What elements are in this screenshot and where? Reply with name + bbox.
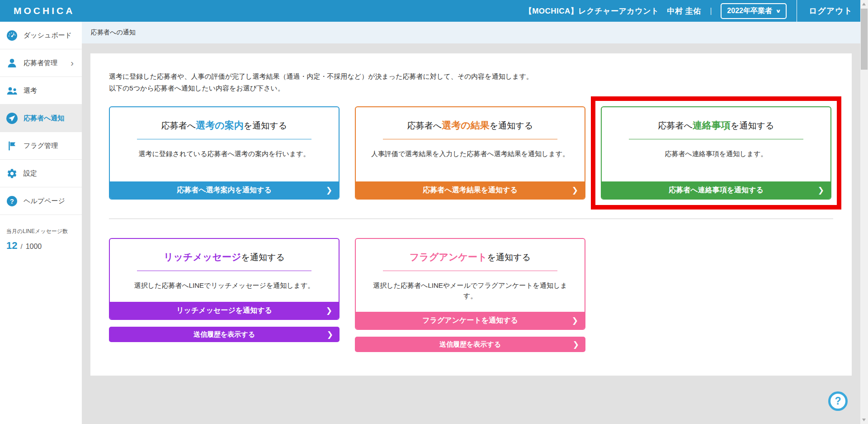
sidebar-item-label: 選考 xyxy=(24,86,37,95)
notify-selection-result-button[interactable]: 応募者へ選考結果を通知する ❯ xyxy=(356,181,585,199)
sidebar-item-label: ダッシュボード xyxy=(24,31,72,40)
card-title-post: を通知する xyxy=(487,252,531,262)
line-message-counter: 当月のLINEメッセージ数 12 / 1000 xyxy=(0,215,82,252)
breadcrumb-label: 応募者への通知 xyxy=(91,29,136,37)
line-counter-label: 当月のLINEメッセージ数 xyxy=(6,228,75,235)
card-flag-survey: フラグアンケートを通知する 選択した応募者へLINEやメールでフラグアンケートを… xyxy=(355,238,585,330)
vertical-scrollbar[interactable] xyxy=(860,0,868,424)
card-title: フラグアンケートを通知する xyxy=(356,251,585,263)
card-selection-result: 応募者へ選考の結果を通知する 人事評価で選考結果を入力した応募者へ選考結果を通知… xyxy=(355,106,585,200)
sidebar-item-selection[interactable]: 選考 xyxy=(0,77,82,105)
graduation-year-dropdown[interactable]: 2022年卒業者 ∨ xyxy=(721,3,787,19)
app-body: ダッシュボード 応募者管理 › 選考 応募者へ通知 フラグ管理 xyxy=(0,22,868,424)
card-title-accent: 連絡事項 xyxy=(693,120,731,130)
card-title-post: を通知する xyxy=(490,121,533,130)
flag-survey-history-button[interactable]: 送信履歴を表示する ❯ xyxy=(355,337,585,352)
sidebar-item-label: 応募者管理 xyxy=(24,59,57,67)
gear-icon xyxy=(6,168,18,179)
line-counter-separator: / xyxy=(20,243,22,250)
sidebar-item-help-page[interactable]: ? ヘルプページ xyxy=(0,187,82,215)
card-title-pre: 応募者へ xyxy=(407,121,442,130)
line-counter-limit: 1000 xyxy=(26,243,42,251)
card-description: 選考に登録されている応募者へ選考の案内を行います。 xyxy=(123,148,326,159)
card-title: リッチメッセージを通知する xyxy=(110,251,339,263)
card-divider xyxy=(383,271,557,271)
button-label: 送信履歴を表示する xyxy=(439,340,501,349)
button-label: 応募者へ選考結果を通知する xyxy=(423,186,518,195)
card-slot-guidance: 応募者へ選考の案内を通知する 選考に登録されている応募者へ選考の案内を行います。… xyxy=(109,106,340,200)
chevron-right-icon: ❯ xyxy=(818,186,824,195)
notify-contact-info-button[interactable]: 応募者へ連絡事項を通知する ❯ xyxy=(602,181,830,199)
dashboard-icon xyxy=(6,30,18,41)
card-title: 応募者へ選考の結果を通知する xyxy=(356,119,585,132)
logout-button[interactable]: ログアウト xyxy=(809,5,853,16)
chevron-right-icon: ❯ xyxy=(326,306,332,315)
rich-message-history-button[interactable]: 送信履歴を表示する ❯ xyxy=(109,327,340,342)
card-divider xyxy=(137,139,311,139)
scrollbar-up-arrow-icon[interactable] xyxy=(862,3,866,5)
button-label: フラグアンケートを通知する xyxy=(422,316,518,325)
card-title: 応募者へ連絡事項を通知する xyxy=(602,119,830,132)
top-bar-separator: ｜ xyxy=(708,6,715,16)
card-slot-contact: 応募者へ連絡事項を通知する 応募者へ連絡事項を通知します。 応募者へ連絡事項を通… xyxy=(601,106,831,200)
notify-rich-message-button[interactable]: リッチメッセージを通知する ❯ xyxy=(110,302,339,319)
sidebar-item-dashboard[interactable]: ダッシュボード xyxy=(0,22,82,49)
card-contact-info: 応募者へ連絡事項を通知する 応募者へ連絡事項を通知します。 応募者へ連絡事項を通… xyxy=(601,106,831,200)
card-description: 選択した応募者へLINEでリッチメッセージを通知します。 xyxy=(123,280,326,291)
sidebar-item-applicant-management[interactable]: 応募者管理 › xyxy=(0,49,82,77)
sidebar-item-settings[interactable]: 設定 xyxy=(0,160,82,187)
card-title-accent: 選考の案内 xyxy=(196,120,244,130)
line-counter-used: 12 xyxy=(6,240,17,252)
flag-icon xyxy=(6,140,18,152)
cards-row-2: リッチメッセージを通知する 選択した応募者へLINEでリッチメッセージを通知しま… xyxy=(109,238,833,352)
chevron-right-icon: › xyxy=(71,58,74,67)
content-area: 選考に登録した応募者や、人事の評価が完了し選考結果（通過・内定・不採用など）が決… xyxy=(82,43,868,424)
notify-flag-survey-button[interactable]: フラグアンケートを通知する ❯ xyxy=(356,312,585,329)
help-fab-button[interactable]: ? xyxy=(828,391,848,411)
paper-plane-icon xyxy=(6,113,18,124)
card-title-accent: 選考の結果 xyxy=(442,120,490,130)
top-bar-divider xyxy=(797,0,797,22)
notify-selection-guidance-button[interactable]: 応募者へ選考案内を通知する ❯ xyxy=(110,181,339,199)
card-slot-rich-message: リッチメッセージを通知する 選択した応募者へLINEでリッチメッセージを通知しま… xyxy=(109,238,340,352)
card-title-accent: フラグアンケート xyxy=(410,252,487,262)
card-title-pre: 応募者へ xyxy=(658,121,693,130)
sidebar-item-label: 設定 xyxy=(24,169,37,178)
card-title-post: を通知する xyxy=(244,121,287,130)
card-description: 人事評価で選考結果を入力した応募者へ選考結果を通知します。 xyxy=(368,148,572,159)
card-slot-flag-survey: フラグアンケートを通知する 選択した応募者へLINEやメールでフラグアンケートを… xyxy=(355,238,585,352)
card-title: 応募者へ選考の案内を通知する xyxy=(110,119,339,132)
breadcrumb: 応募者への通知 xyxy=(82,22,868,43)
button-label: 応募者へ連絡事項を通知する xyxy=(669,186,764,195)
top-bar: MOCHICA 【MOCHICA】レクチャーアカウント 中村 圭佑 ｜ 2022… xyxy=(0,0,868,22)
card-divider xyxy=(629,139,803,139)
sidebar-item-notify-applicants[interactable]: 応募者へ通知 xyxy=(0,105,82,132)
card-description: 選択した応募者へLINEやメールでフラグアンケートを通知します。 xyxy=(368,280,572,301)
intro-line-2: 以下の5つから応募者へ通知したい内容をお選び下さい。 xyxy=(109,82,833,94)
button-label: 送信履歴を表示する xyxy=(193,330,255,339)
chevron-down-icon: ∨ xyxy=(775,8,781,14)
user-icon xyxy=(6,57,18,69)
button-label: 応募者へ選考案内を通知する xyxy=(177,186,272,195)
chevron-right-icon: ❯ xyxy=(572,316,578,325)
red-highlight-box: 応募者へ連絡事項を通知する 応募者へ連絡事項を通知します。 応募者へ連絡事項を通… xyxy=(591,96,841,210)
account-name-label: 【MOCHICA】レクチャーアカウント 中村 圭佑 xyxy=(524,6,701,16)
scrollbar-down-arrow-icon[interactable] xyxy=(862,419,866,421)
cards-row-1: 応募者へ選考の案内を通知する 選考に登録されている応募者へ選考の案内を行います。… xyxy=(109,106,833,200)
sidebar-item-flag-management[interactable]: フラグ管理 xyxy=(0,132,82,160)
chevron-right-icon: ❯ xyxy=(326,186,332,195)
question-mark-icon: ? xyxy=(835,395,841,407)
card-rich-message: リッチメッセージを通知する 選択した応募者へLINEでリッチメッセージを通知しま… xyxy=(109,238,340,320)
button-label: リッチメッセージを通知する xyxy=(176,306,272,315)
mochica-logo: MOCHICA xyxy=(14,5,75,16)
card-description: 応募者へ連絡事項を通知します。 xyxy=(614,148,818,159)
rows-divider xyxy=(109,219,833,219)
scrollbar-thumb[interactable] xyxy=(861,9,868,70)
intro-text: 選考に登録した応募者や、人事の評価が完了し選考結果（通過・内定・不採用など）が決… xyxy=(109,71,833,94)
card-title-accent: リッチメッセージ xyxy=(164,252,241,262)
card-title-post: を通知する xyxy=(731,121,774,130)
card-title-pre: 応募者へ xyxy=(161,121,196,130)
card-divider xyxy=(137,271,311,271)
card-divider xyxy=(383,139,557,139)
top-bar-right: 【MOCHICA】レクチャーアカウント 中村 圭佑 ｜ 2022年卒業者 ∨ ロ… xyxy=(524,0,853,22)
